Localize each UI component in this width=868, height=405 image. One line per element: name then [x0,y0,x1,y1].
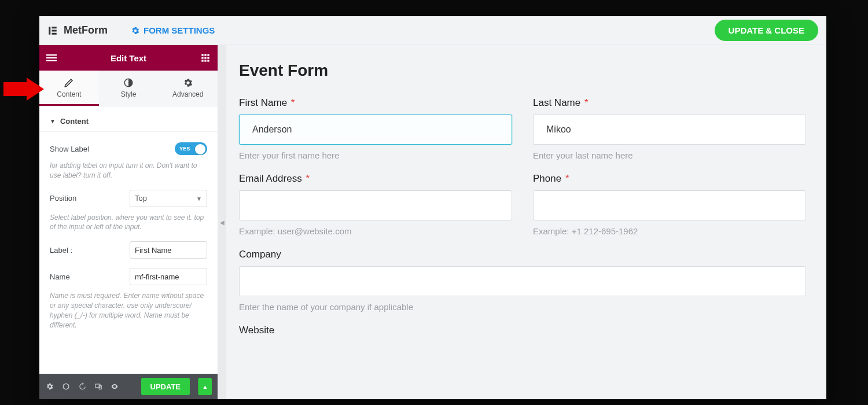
svg-rect-6 [46,57,57,58]
name-field-label: Name [50,273,70,281]
form-title: Event Form [239,61,806,80]
first-name-input[interactable]: Anderson [239,115,512,145]
apps-grid-icon[interactable] [200,53,211,63]
contrast-icon [123,78,134,88]
svg-rect-8 [201,54,203,56]
field-last-name[interactable]: Last Name * Mikoo Enter your last name h… [533,97,806,160]
svg-rect-2 [52,27,57,28]
company-input[interactable] [239,266,806,296]
metform-modal: MetForm FORM SETTINGS UPDATE & CLOSE Edi… [39,16,826,399]
last-name-helper: Enter your last name here [533,150,806,160]
position-label: Position [50,194,76,203]
field-email[interactable]: Email Address * Example: user@website.co… [239,173,512,236]
brand-title: MetForm [64,24,108,36]
tab-content[interactable]: Content [39,71,99,106]
website-label: Website [239,325,806,336]
menu-icon[interactable] [46,53,57,63]
section-content-toggle[interactable]: ▼ Content [39,111,218,132]
field-phone[interactable]: Phone * Example: +1 212-695-1962 [533,173,806,236]
tab-content-label: Content [57,90,81,98]
phone-label: Phone * [533,173,806,185]
svg-rect-3 [52,30,57,31]
editor-panel: Edit Text Content Style Advanced [39,45,218,399]
show-label-hint: for adding label on input turn it on. Do… [50,160,207,185]
editor-tabs: Content Style Advanced [39,71,218,106]
tab-advanced[interactable]: Advanced [158,71,218,106]
position-select[interactable]: Top ▼ [130,190,207,207]
tab-style-label: Style [121,90,137,98]
gear-icon [131,26,140,35]
elementor-logo-icon [47,25,58,36]
pencil-icon [64,78,74,88]
field-website[interactable]: Website [239,325,806,342]
panel-collapse-handle[interactable]: ◀ [218,45,226,399]
update-button[interactable]: UPDATE [141,378,190,395]
svg-rect-12 [204,57,206,58]
history-icon[interactable] [78,382,87,391]
name-field-input[interactable] [130,268,207,285]
update-more-button[interactable]: ▲ [198,378,212,395]
preview-icon[interactable] [110,382,119,391]
phone-input[interactable] [533,190,806,220]
editor-footer: UPDATE ▲ [39,374,218,399]
first-name-label: First Name * [239,97,512,109]
chevron-down-icon: ▼ [196,195,202,201]
tab-advanced-label: Advanced [172,90,203,98]
label-field-input[interactable] [130,241,207,259]
position-value: Top [135,194,147,203]
svg-rect-13 [207,57,209,58]
label-field-label: Label : [50,246,72,255]
email-input[interactable] [239,190,512,220]
caret-down-icon: ▼ [50,118,56,124]
email-helper: Example: user@website.com [239,226,512,236]
svg-rect-15 [204,60,206,61]
modal-header: MetForm FORM SETTINGS UPDATE & CLOSE [39,16,826,45]
company-label: Company [239,249,806,260]
caret-up-icon: ▲ [203,384,208,390]
toggle-state: YES [179,146,190,152]
toggle-knob [195,144,205,154]
svg-rect-14 [201,60,203,61]
svg-rect-11 [201,57,203,58]
form-settings-link[interactable]: FORM SETTINGS [131,25,215,35]
navigator-icon[interactable] [61,382,71,391]
svg-rect-5 [46,54,57,56]
editor-topbar: Edit Text [39,45,218,71]
svg-rect-4 [52,32,57,34]
svg-rect-10 [207,54,209,56]
settings-icon[interactable] [45,382,54,391]
chevron-left-icon: ◀ [220,219,225,226]
phone-helper: Example: +1 212-695-1962 [533,226,806,236]
field-company[interactable]: Company Enter the name of your company i… [239,249,806,312]
tab-style[interactable]: Style [99,71,159,106]
form-settings-label: FORM SETTINGS [144,25,215,35]
editor-title: Edit Text [111,53,146,63]
field-first-name[interactable]: First Name * Anderson Enter your first n… [239,97,512,160]
svg-rect-7 [46,60,57,61]
email-label: Email Address * [239,173,512,185]
last-name-label: Last Name * [533,97,806,109]
form-preview[interactable]: Event Form First Name * Anderson Enter y… [226,45,826,399]
cog-icon [183,78,193,88]
first-name-helper: Enter your first name here [239,150,512,160]
name-field-hint: Name is must required. Enter name withou… [50,290,207,334]
show-label-toggle[interactable]: YES [175,142,207,155]
company-helper: Enter the name of your company if applic… [239,302,806,312]
show-label-text: Show Label [50,145,89,153]
section-content-label: Content [60,117,89,126]
last-name-input[interactable]: Mikoo [533,115,806,145]
responsive-icon[interactable] [94,382,103,391]
update-close-button[interactable]: UPDATE & CLOSE [715,20,818,41]
svg-rect-9 [204,54,206,56]
svg-rect-16 [207,60,209,61]
position-hint: Select label position. where you want to… [50,212,207,237]
svg-rect-1 [49,27,50,35]
editor-scroll[interactable]: ▼ Content Show Label YES for adding labe… [39,106,218,374]
